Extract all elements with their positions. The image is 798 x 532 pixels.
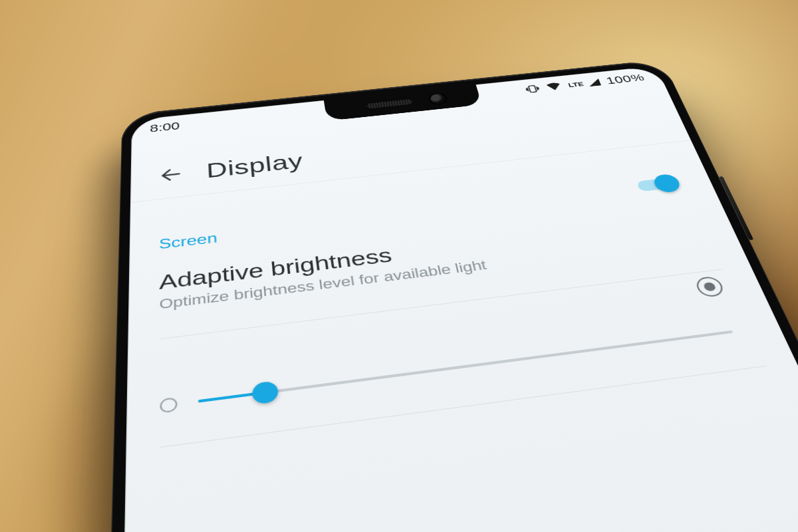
back-arrow-icon[interactable] xyxy=(158,165,184,185)
toggle-thumb xyxy=(651,174,682,194)
toggle-track xyxy=(636,177,678,192)
setting-subtitle: Optimize brightness level for available … xyxy=(159,231,712,313)
slider-track xyxy=(198,331,733,403)
divider xyxy=(160,269,723,339)
divider xyxy=(160,366,767,448)
section-label-screen: Screen xyxy=(159,230,217,253)
earpiece-speaker xyxy=(366,98,414,110)
setting-title: Adaptive brightness xyxy=(159,207,704,294)
auto-brightness-icon[interactable] xyxy=(694,276,726,298)
status-bar: 8:00 LTE 100% xyxy=(132,66,665,142)
battery-percent: 100% xyxy=(604,72,646,86)
page-title: Display xyxy=(206,150,305,182)
stage: 8:00 LTE 100% xyxy=(0,0,798,532)
status-time: 8:00 xyxy=(150,120,180,135)
cell-signal-icon xyxy=(586,78,602,87)
setting-adaptive-brightness[interactable]: Adaptive brightness Optimize brightness … xyxy=(159,207,712,313)
brightness-slider[interactable] xyxy=(198,322,737,412)
phone-frame: 8:00 LTE 100% xyxy=(94,59,798,532)
brightness-slider-row xyxy=(160,322,737,417)
